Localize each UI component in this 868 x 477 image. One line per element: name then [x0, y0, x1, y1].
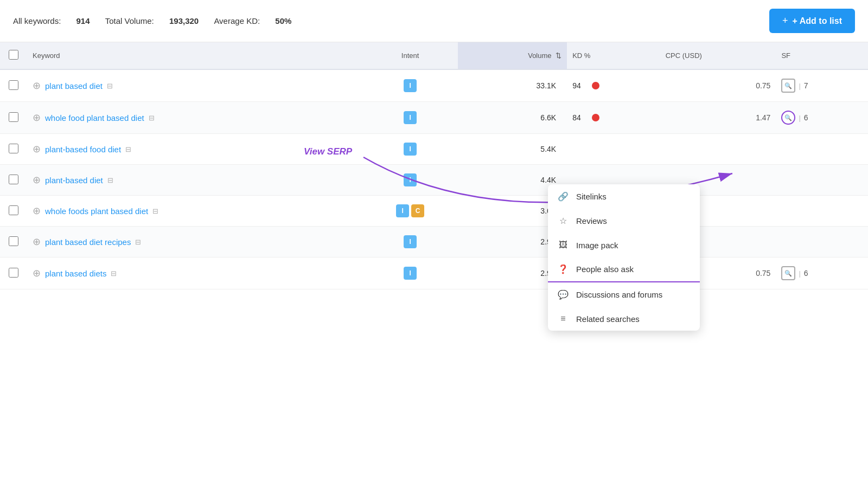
dropdown-label-related-searches: Related searches [576, 314, 640, 324]
total-volume-stat: Total Volume: 193,320 [105, 16, 201, 25]
kd-value: 94 [572, 81, 588, 90]
keywords-table: Keyword Intent Volume ⇅ KD % CPC (USD) [0, 42, 868, 289]
row-checkbox-cell [0, 196, 27, 227]
compare-icon[interactable]: ⊟ [125, 145, 131, 153]
keyword-link[interactable]: plant based diets [45, 269, 106, 278]
avg-kd-stat: Average KD: 50% [214, 16, 291, 25]
cpc-cell: 1.47 [660, 102, 776, 134]
sf-count: 6 [804, 113, 808, 122]
keyword-link[interactable]: whole foods plant based diet [45, 207, 148, 216]
row-checkbox[interactable] [9, 268, 18, 278]
kd-cell [567, 134, 660, 165]
add-keyword-icon[interactable]: ⊕ [33, 174, 41, 186]
intent-cell: I [362, 69, 458, 102]
sf-col-header: SF [776, 42, 868, 69]
row-checkbox[interactable] [9, 112, 18, 122]
intent-cell: I [362, 165, 458, 196]
intent-badge: I [404, 267, 417, 280]
row-checkbox-cell [0, 165, 27, 196]
dropdown-icon-sitelinks: 🔗 [558, 191, 569, 202]
keyword-link[interactable]: plant based diet [45, 81, 103, 91]
keyword-link[interactable]: whole food plant based diet [45, 113, 144, 123]
table-row: ⊕ plant-based food diet ⊟ I5.4K [0, 134, 868, 165]
volume-cell: 6.6K [458, 102, 567, 134]
compare-icon[interactable]: ⊟ [152, 207, 158, 215]
dropdown-item-related-searches[interactable]: ≡ Related searches [548, 307, 700, 331]
add-keyword-icon[interactable]: ⊕ [33, 267, 41, 279]
plus-icon: + [782, 15, 788, 27]
add-keyword-icon[interactable]: ⊕ [33, 112, 41, 124]
kd-dot [592, 82, 599, 89]
keyword-link[interactable]: plant-based diet [45, 176, 103, 185]
dropdown-icon-reviews: ☆ [558, 216, 569, 226]
kd-col-header: KD % [567, 42, 660, 69]
dropdown-icon-image-pack: 🖼 [558, 240, 569, 250]
dropdown-item-reviews[interactable]: ☆ Reviews [548, 209, 700, 233]
sf-count: 7 [804, 81, 808, 90]
intent-badge: I [404, 143, 417, 156]
keyword-cell: ⊕ whole food plant based diet ⊟ [27, 102, 362, 134]
kd-dot [592, 114, 599, 121]
sf-count: 6 [804, 269, 808, 278]
dropdown-icon-related-searches: ≡ [558, 314, 569, 324]
sf-cell: 🔍 | 6 [776, 257, 868, 289]
serp-features-dropdown: 🔗 Sitelinks ☆ Reviews 🖼 Image pack ❓ Peo… [548, 184, 700, 331]
row-checkbox[interactable] [9, 236, 18, 246]
add-to-list-button[interactable]: + + Add to list [769, 9, 855, 33]
compare-icon[interactable]: ⊟ [107, 176, 113, 184]
add-keyword-icon[interactable]: ⊕ [33, 236, 41, 248]
volume-cell: 33.1K [458, 69, 567, 102]
row-checkbox[interactable] [9, 80, 18, 90]
dropdown-item-sitelinks[interactable]: 🔗 Sitelinks [548, 184, 700, 209]
compare-icon[interactable]: ⊟ [149, 114, 155, 122]
sf-cell: 🔍 | 6 [776, 102, 868, 134]
row-checkbox-cell [0, 257, 27, 289]
dropdown-label-discussions: Discussions and forums [576, 290, 662, 299]
kd-value: 84 [572, 113, 588, 122]
keyword-cell: ⊕ plant based diet ⊟ [27, 69, 362, 102]
select-all-header[interactable] [0, 42, 27, 69]
intent-badge: I [404, 111, 417, 124]
table-row: ⊕ plant based diet recipes ⊟ I2.9K [0, 227, 868, 257]
add-keyword-icon[interactable]: ⊕ [33, 143, 41, 155]
cpc-cell: 0.75 [660, 69, 776, 102]
compare-icon[interactable]: ⊟ [135, 238, 141, 246]
compare-icon[interactable]: ⊟ [111, 269, 117, 278]
keyword-link[interactable]: plant-based food diet [45, 145, 121, 154]
intent-cell: I [362, 257, 458, 289]
select-all-checkbox[interactable] [9, 50, 18, 60]
row-checkbox[interactable] [9, 144, 18, 153]
row-checkbox[interactable] [9, 175, 18, 184]
stats-text: All keywords: 914 Total Volume: 193,320 … [13, 16, 304, 25]
dropdown-label-image-pack: Image pack [576, 241, 618, 250]
dropdown-item-discussions[interactable]: 💬 Discussions and forums [548, 282, 700, 307]
intent-col-header: Intent [362, 42, 458, 69]
keyword-cell: ⊕ plant-based food diet ⊟ [27, 134, 362, 165]
kd-cell: 94 [567, 69, 660, 102]
row-checkbox-cell [0, 102, 27, 134]
dropdown-icon-discussions: 💬 [558, 289, 569, 300]
table-row: ⊕ whole food plant based diet ⊟ I6.6K841… [0, 102, 868, 134]
serp-features-icon[interactable]: 🔍 [781, 266, 795, 280]
intent-badge-c: C [411, 204, 424, 217]
table-row: ⊕ plant based diets ⊟ I2.9K850.75 🔍 | 6 [0, 257, 868, 289]
sf-cell [776, 227, 868, 257]
cpc-cell [660, 134, 776, 165]
row-checkbox[interactable] [9, 205, 18, 215]
add-keyword-icon[interactable]: ⊕ [33, 205, 41, 217]
row-checkbox-cell [0, 227, 27, 257]
dropdown-item-people-also-ask[interactable]: ❓ People also ask [548, 257, 700, 282]
intent-cell: I [362, 134, 458, 165]
serp-features-icon[interactable]: 🔍 [781, 79, 795, 93]
volume-col-header[interactable]: Volume ⇅ [458, 42, 567, 69]
intent-badge: I [396, 204, 409, 217]
dropdown-label-reviews: Reviews [576, 216, 607, 225]
dropdown-label-people-also-ask: People also ask [576, 265, 634, 274]
dropdown-item-image-pack[interactable]: 🖼 Image pack [548, 233, 700, 257]
add-keyword-icon[interactable]: ⊕ [33, 80, 41, 92]
keyword-link[interactable]: plant based diet recipes [45, 237, 131, 247]
compare-icon[interactable]: ⊟ [107, 82, 113, 90]
serp-features-icon[interactable]: 🔍 [781, 111, 795, 125]
intent-badge: I [404, 173, 417, 186]
sort-icon: ⇅ [556, 51, 561, 60]
